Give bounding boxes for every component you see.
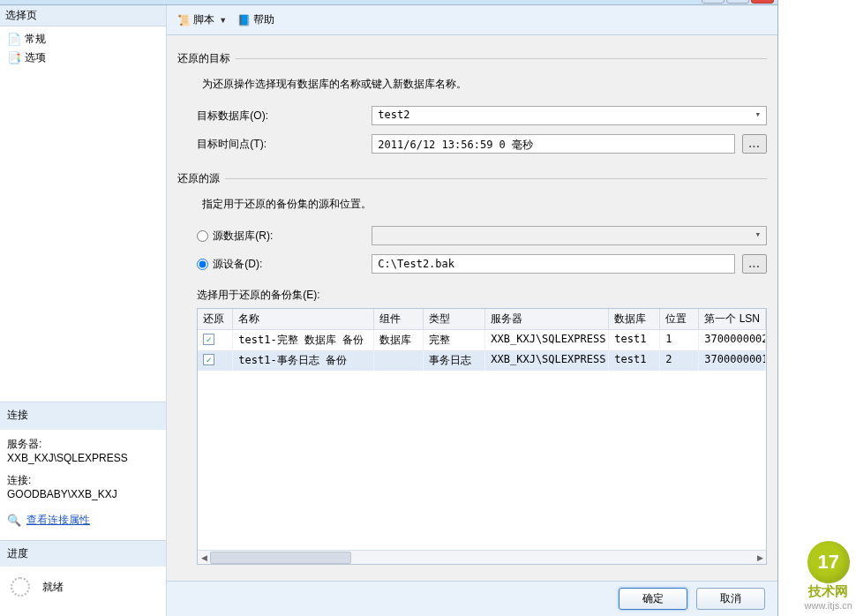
target-time-browse-button[interactable]: ...: [742, 134, 767, 154]
group-title: 还原的源: [177, 171, 220, 186]
maximize-button[interactable]: [726, 0, 749, 4]
connection-panel: 连接: [0, 402, 166, 430]
row-checkbox[interactable]: ✓: [203, 334, 214, 345]
connection-value: GOODBABY\XXB_KXJ: [7, 488, 159, 500]
close-button[interactable]: [751, 0, 774, 4]
toolbar: 📜 脚本 ▼ 📘 帮助: [167, 5, 777, 35]
properties-icon: 🔍: [7, 514, 21, 528]
restore-source-group: 还原的源 指定用于还原的备份集的源和位置。 源数据库(R):: [177, 171, 767, 565]
scroll-right-icon[interactable]: ▶: [754, 552, 766, 564]
sidebar-item-options[interactable]: 📑 选项: [5, 49, 161, 67]
dialog-window: 选择页 📄 常规 📑 选项 连接 服务器: XXB_KXJ\SQLEXPRESS: [0, 0, 778, 616]
progress-panel-header: 进度: [0, 540, 166, 567]
sidebar-pages: 📄 常规 📑 选项: [0, 26, 166, 71]
progress-panel: 就绪: [0, 567, 166, 616]
table-row[interactable]: ✓test1-事务日志 备份事务日志XXB_KXJ\SQLEXPRESStest…: [198, 350, 766, 371]
connection-header: 连接: [7, 408, 159, 423]
progress-spinner-icon: [11, 577, 30, 597]
grid-horizontal-scrollbar[interactable]: ◀ ▶: [198, 550, 766, 564]
help-button[interactable]: 📘 帮助: [234, 11, 278, 29]
backup-sets-label: 选择用于还原的备份集(E):: [197, 288, 767, 303]
row-checkbox[interactable]: ✓: [203, 354, 214, 365]
page-icon: 📑: [7, 51, 21, 65]
sidebar-item-label: 常规: [25, 32, 46, 47]
connection-label: 连接:: [7, 473, 159, 488]
backup-sets-grid[interactable]: 还原 名称 组件 类型 服务器 数据库 位置 第一个 LSN ✓test1-完整…: [197, 308, 767, 565]
page-icon: 📄: [7, 33, 21, 47]
table-row[interactable]: ✓test1-完整 数据库 备份数据库完整XXB_KXJ\SQLEXPRESSt…: [198, 330, 766, 350]
help-icon: 📘: [237, 14, 251, 26]
main-panel: 📜 脚本 ▼ 📘 帮助 还原的目标 为还原操作选择现有数据库的名称或键入新数据库: [167, 5, 777, 616]
script-icon: 📜: [177, 14, 191, 26]
sidebar-item-label: 选项: [25, 50, 46, 65]
server-label: 服务器:: [7, 437, 159, 452]
progress-header: 进度: [7, 547, 28, 560]
cancel-button[interactable]: 取消: [696, 588, 765, 610]
dialog-body: 选择页 📄 常规 📑 选项 连接 服务器: XXB_KXJ\SQLEXPRESS: [0, 5, 777, 616]
group-title: 还原的目标: [177, 51, 230, 66]
source-device-browse-button[interactable]: ...: [742, 254, 767, 274]
button-bar: 确定 取消: [167, 581, 777, 616]
minimize-button[interactable]: [702, 0, 725, 4]
content-area: 还原的目标 为还原操作选择现有数据库的名称或键入新数据库名称。 目标数据库(O)…: [167, 35, 777, 581]
target-time-label: 目标时间点(T):: [197, 137, 364, 152]
source-database-radio[interactable]: [197, 230, 208, 242]
server-value: XXB_KXJ\SQLEXPRESS: [7, 452, 159, 464]
source-device-field[interactable]: C:\Test2.bak: [372, 254, 735, 274]
chevron-down-icon: ▼: [219, 16, 227, 25]
target-time-field[interactable]: 2011/6/12 13:56:59 0 毫秒: [372, 134, 735, 154]
source-db-label: 源数据库(R):: [213, 229, 273, 244]
sidebar: 选择页 📄 常规 📑 选项 连接 服务器: XXB_KXJ\SQLEXPRESS: [0, 5, 167, 616]
target-desc: 为还原操作选择现有数据库的名称或键入新数据库名称。: [202, 77, 767, 92]
sidebar-header: 选择页: [0, 5, 166, 26]
source-desc: 指定用于还原的备份集的源和位置。: [202, 197, 767, 212]
sidebar-item-general[interactable]: 📄 常规: [5, 30, 161, 49]
scroll-thumb[interactable]: [210, 552, 351, 564]
connection-details: 服务器: XXB_KXJ\SQLEXPRESS 连接: GOODBABY\XXB…: [0, 430, 166, 540]
watermark-badge: 17: [807, 541, 850, 583]
target-db-combo[interactable]: test2: [372, 106, 767, 125]
source-db-combo: [372, 226, 767, 245]
titlebar: [0, 0, 777, 5]
source-device-radio[interactable]: [197, 259, 208, 270]
view-connection-link[interactable]: 查看连接属性: [26, 513, 90, 528]
target-db-label: 目标数据库(O):: [197, 109, 364, 124]
window-controls: [702, 0, 774, 4]
watermark: 17 技术网 www.itjs.cn: [805, 541, 852, 611]
restore-target-group: 还原的目标 为还原操作选择现有数据库的名称或键入新数据库名称。 目标数据库(O)…: [177, 51, 767, 162]
script-dropdown[interactable]: 📜 脚本 ▼: [174, 11, 230, 29]
ok-button[interactable]: 确定: [619, 588, 687, 610]
scroll-left-icon[interactable]: ◀: [198, 552, 210, 564]
progress-state: 就绪: [42, 580, 64, 595]
source-device-label: 源设备(D):: [213, 257, 262, 272]
grid-header: 还原 名称 组件 类型 服务器 数据库 位置 第一个 LSN: [198, 309, 766, 330]
